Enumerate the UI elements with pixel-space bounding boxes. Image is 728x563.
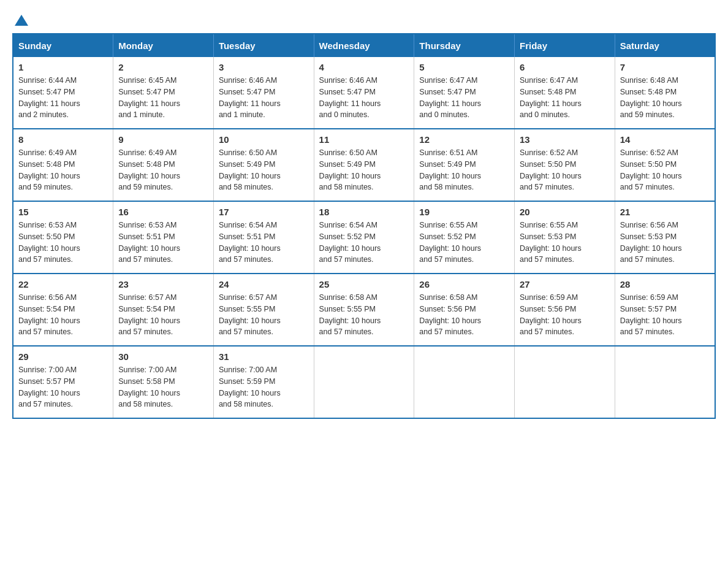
day-info: Sunrise: 6:51 AM Sunset: 5:49 PM Dayligh… [419,147,509,193]
calendar-week-row: 22Sunrise: 6:56 AM Sunset: 5:54 PM Dayli… [13,274,715,346]
day-number: 28 [620,279,710,289]
calendar-table: SundayMondayTuesdayWednesdayThursdayFrid… [12,33,716,419]
calendar-cell: 3Sunrise: 6:46 AM Sunset: 5:47 PM Daylig… [213,57,314,129]
calendar-cell: 13Sunrise: 6:52 AM Sunset: 5:50 PM Dayli… [515,129,615,201]
day-number: 11 [319,134,409,145]
day-number: 1 [18,62,108,72]
day-number: 8 [18,134,108,145]
header-tuesday: Tuesday [213,34,314,57]
day-info: Sunrise: 7:00 AM Sunset: 5:58 PM Dayligh… [118,364,208,410]
day-number: 17 [219,207,309,217]
calendar-cell: 7Sunrise: 6:48 AM Sunset: 5:48 PM Daylig… [615,57,715,129]
calendar-cell [515,346,615,418]
day-info: Sunrise: 6:44 AM Sunset: 5:47 PM Dayligh… [18,75,108,121]
calendar-week-row: 29Sunrise: 7:00 AM Sunset: 5:57 PM Dayli… [13,346,715,418]
calendar-cell: 18Sunrise: 6:54 AM Sunset: 5:52 PM Dayli… [314,201,414,274]
calendar-cell: 16Sunrise: 6:53 AM Sunset: 5:51 PM Dayli… [113,201,214,274]
day-info: Sunrise: 6:54 AM Sunset: 5:51 PM Dayligh… [219,220,309,266]
calendar-cell: 14Sunrise: 6:52 AM Sunset: 5:50 PM Dayli… [615,129,715,201]
calendar-cell: 20Sunrise: 6:55 AM Sunset: 5:53 PM Dayli… [515,201,615,274]
day-info: Sunrise: 6:58 AM Sunset: 5:56 PM Dayligh… [419,292,509,338]
day-info: Sunrise: 6:59 AM Sunset: 5:57 PM Dayligh… [620,292,710,338]
day-number: 12 [419,134,509,145]
page-header [12,12,716,27]
header-saturday: Saturday [615,34,715,57]
calendar-week-row: 8Sunrise: 6:49 AM Sunset: 5:48 PM Daylig… [13,129,715,201]
calendar-header-row: SundayMondayTuesdayWednesdayThursdayFrid… [13,34,715,57]
day-info: Sunrise: 7:00 AM Sunset: 5:59 PM Dayligh… [219,364,309,410]
calendar-cell: 12Sunrise: 6:51 AM Sunset: 5:49 PM Dayli… [414,129,515,201]
calendar-cell: 6Sunrise: 6:47 AM Sunset: 5:48 PM Daylig… [515,57,615,129]
day-info: Sunrise: 6:56 AM Sunset: 5:54 PM Dayligh… [18,292,108,338]
day-info: Sunrise: 6:59 AM Sunset: 5:56 PM Dayligh… [520,292,610,338]
day-number: 27 [520,279,610,289]
day-info: Sunrise: 6:58 AM Sunset: 5:55 PM Dayligh… [319,292,409,338]
day-number: 16 [118,207,208,217]
svg-marker-0 [15,15,28,26]
day-info: Sunrise: 6:48 AM Sunset: 5:48 PM Dayligh… [620,75,710,121]
calendar-cell: 2Sunrise: 6:45 AM Sunset: 5:47 PM Daylig… [113,57,214,129]
day-info: Sunrise: 6:53 AM Sunset: 5:50 PM Dayligh… [18,220,108,266]
calendar-cell: 22Sunrise: 6:56 AM Sunset: 5:54 PM Dayli… [13,274,113,346]
day-number: 14 [620,134,710,145]
day-info: Sunrise: 6:50 AM Sunset: 5:49 PM Dayligh… [219,147,309,193]
header-thursday: Thursday [414,34,515,57]
calendar-cell: 28Sunrise: 6:59 AM Sunset: 5:57 PM Dayli… [615,274,715,346]
day-number: 19 [419,207,509,217]
day-number: 4 [319,62,409,72]
day-number: 3 [219,62,309,72]
calendar-cell: 1Sunrise: 6:44 AM Sunset: 5:47 PM Daylig… [13,57,113,129]
calendar-cell: 17Sunrise: 6:54 AM Sunset: 5:51 PM Dayli… [213,201,314,274]
calendar-cell: 30Sunrise: 7:00 AM Sunset: 5:58 PM Dayli… [113,346,214,418]
calendar-cell: 29Sunrise: 7:00 AM Sunset: 5:57 PM Dayli… [13,346,113,418]
day-number: 21 [620,207,710,217]
calendar-cell: 19Sunrise: 6:55 AM Sunset: 5:52 PM Dayli… [414,201,515,274]
day-number: 22 [18,279,108,289]
calendar-week-row: 1Sunrise: 6:44 AM Sunset: 5:47 PM Daylig… [13,57,715,129]
day-info: Sunrise: 6:54 AM Sunset: 5:52 PM Dayligh… [319,220,409,266]
day-number: 15 [18,207,108,217]
logo [12,12,28,27]
calendar-cell: 8Sunrise: 6:49 AM Sunset: 5:48 PM Daylig… [13,129,113,201]
calendar-cell: 5Sunrise: 6:47 AM Sunset: 5:47 PM Daylig… [414,57,515,129]
day-number: 31 [219,351,309,362]
day-info: Sunrise: 6:45 AM Sunset: 5:47 PM Dayligh… [118,75,208,121]
day-info: Sunrise: 6:46 AM Sunset: 5:47 PM Dayligh… [219,75,309,121]
day-number: 30 [118,351,208,362]
day-info: Sunrise: 6:47 AM Sunset: 5:47 PM Dayligh… [419,75,509,121]
calendar-cell: 4Sunrise: 6:46 AM Sunset: 5:47 PM Daylig… [314,57,414,129]
day-info: Sunrise: 6:55 AM Sunset: 5:52 PM Dayligh… [419,220,509,266]
calendar-cell [615,346,715,418]
day-number: 6 [520,62,610,72]
day-number: 5 [419,62,509,72]
day-info: Sunrise: 6:52 AM Sunset: 5:50 PM Dayligh… [620,147,710,193]
header-sunday: Sunday [13,34,113,57]
calendar-cell: 9Sunrise: 6:49 AM Sunset: 5:48 PM Daylig… [113,129,214,201]
calendar-week-row: 15Sunrise: 6:53 AM Sunset: 5:50 PM Dayli… [13,201,715,274]
day-info: Sunrise: 6:57 AM Sunset: 5:55 PM Dayligh… [219,292,309,338]
day-number: 18 [319,207,409,217]
day-number: 25 [319,279,409,289]
calendar-cell: 11Sunrise: 6:50 AM Sunset: 5:49 PM Dayli… [314,129,414,201]
calendar-cell [414,346,515,418]
day-number: 23 [118,279,208,289]
day-info: Sunrise: 6:50 AM Sunset: 5:49 PM Dayligh… [319,147,409,193]
calendar-cell: 23Sunrise: 6:57 AM Sunset: 5:54 PM Dayli… [113,274,214,346]
calendar-cell: 26Sunrise: 6:58 AM Sunset: 5:56 PM Dayli… [414,274,515,346]
day-number: 13 [520,134,610,145]
calendar-cell: 25Sunrise: 6:58 AM Sunset: 5:55 PM Dayli… [314,274,414,346]
day-number: 10 [219,134,309,145]
day-info: Sunrise: 6:53 AM Sunset: 5:51 PM Dayligh… [118,220,208,266]
calendar-cell: 10Sunrise: 6:50 AM Sunset: 5:49 PM Dayli… [213,129,314,201]
calendar-cell: 24Sunrise: 6:57 AM Sunset: 5:55 PM Dayli… [213,274,314,346]
header-monday: Monday [113,34,214,57]
day-number: 2 [118,62,208,72]
calendar-cell: 21Sunrise: 6:56 AM Sunset: 5:53 PM Dayli… [615,201,715,274]
header-friday: Friday [515,34,615,57]
day-info: Sunrise: 6:55 AM Sunset: 5:53 PM Dayligh… [520,220,610,266]
day-info: Sunrise: 6:52 AM Sunset: 5:50 PM Dayligh… [520,147,610,193]
logo-triangle-icon [15,13,28,27]
calendar-cell [314,346,414,418]
day-number: 26 [419,279,509,289]
day-number: 29 [18,351,108,362]
